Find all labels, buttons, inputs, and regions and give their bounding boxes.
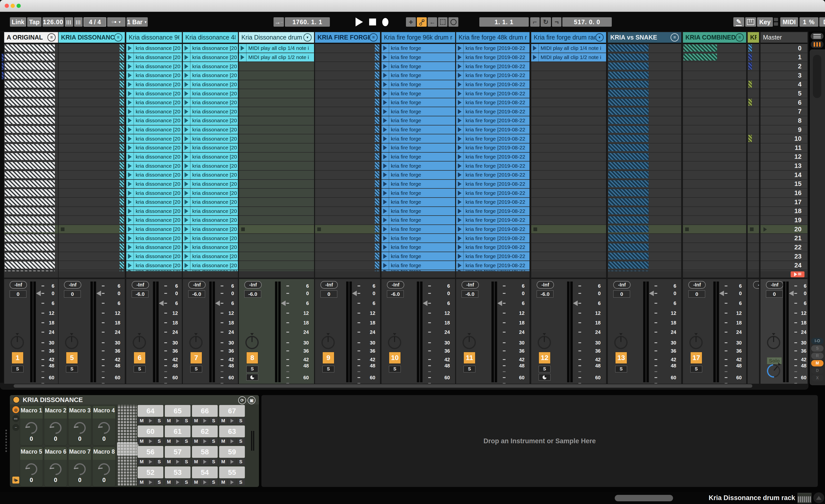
clip-slot[interactable]: kria dissonance [20 [126,98,182,107]
session-clip[interactable]: kria fire forge [381,107,455,116]
scene-slot[interactable]: 18 [760,207,808,216]
pan-value-field[interactable]: -6.0 [537,290,553,298]
clip-slot[interactable] [59,80,125,89]
clip-slot[interactable]: kria dissonance [20 [126,44,182,53]
pad-preview-button[interactable] [228,418,236,424]
scene-launch-slot[interactable]: 6 [760,98,808,107]
clip-slot[interactable] [748,261,759,270]
clip-slot[interactable]: kria fire forge [2019-08-22 [456,98,529,107]
scene-launch-slot[interactable]: 2 [760,62,808,71]
macro-control-2[interactable]: Macro 20 [44,406,67,445]
clip-launch-button[interactable] [456,71,464,80]
clip-launch-button[interactable] [183,53,191,62]
clip-launch-button[interactable] [381,44,389,53]
scene-play-icon[interactable] [763,227,767,232]
clip-launch-button[interactable] [381,153,389,161]
clip-launch-button[interactable] [381,243,389,252]
clip-launch-button[interactable] [183,134,191,143]
volume-fader[interactable]: 6061218243036424860 [643,281,676,382]
clip-slot[interactable] [239,62,314,71]
clip-slot[interactable] [608,80,681,89]
clip-slot[interactable]: kria fire forge [381,153,455,162]
clip-launch-button[interactable] [126,162,134,170]
session-clip[interactable]: kria dissonance [20 [126,62,182,71]
session-clip-hatched[interactable] [5,90,55,97]
session-clip[interactable]: kria dissonance [20 [183,252,238,261]
clip-slot[interactable] [4,243,58,252]
session-clip[interactable]: kria fire forge [2019-08-22 [456,198,529,206]
scene-launch-slot[interactable]: 11 [760,144,808,152]
clip-slot[interactable] [315,243,380,252]
clip-launch-button[interactable] [126,89,134,98]
clip-slot[interactable] [608,107,681,116]
clip-launch-button[interactable] [183,144,191,152]
clip-launch-button[interactable] [183,207,191,216]
clip-launch-button[interactable] [381,62,389,71]
clip-slot[interactable] [608,234,681,243]
clip-stop-button[interactable] [241,228,245,231]
volume-fader-handle[interactable] [423,301,428,306]
session-clip[interactable]: kria dissonance [20 [126,98,182,107]
session-clip-hatched[interactable] [5,54,55,61]
device-title-bar[interactable]: KRIA DISSONANCE ⟳ ▣ [10,395,259,405]
session-clip-hatched[interactable] [608,90,649,97]
volume-fader[interactable]: 6061218243036424860 [713,281,742,382]
clip-slot[interactable]: kria fire forge [381,125,455,135]
clip-slot[interactable] [315,162,380,171]
session-clip[interactable]: kria dissonance [20 [126,171,182,179]
clip-slot[interactable] [531,171,606,180]
session-clip-hatched[interactable] [683,45,717,52]
stop-button[interactable] [369,17,377,27]
scene-slot[interactable]: 21 [760,234,808,243]
clip-launch-button[interactable] [381,144,389,152]
volume-fader-handle[interactable] [719,290,724,296]
session-clip[interactable]: kria dissonance [20 [183,198,238,206]
session-clip-hatched[interactable] [608,153,649,160]
clip-slot[interactable]: kria fire forge [381,53,455,62]
volume-fader[interactable]: 6061218243036424860 [417,281,450,382]
clip-slot[interactable] [59,62,125,71]
pan-knob[interactable] [538,336,551,349]
clip-slot[interactable]: kria fire forge [381,171,455,180]
clip-slot[interactable]: kria fire forge [2019-08-22 [456,89,529,98]
clip-slot[interactable] [59,189,125,198]
clip-slot[interactable] [315,134,380,144]
clip-launch-button[interactable] [456,261,464,270]
clip-slot[interactable] [683,125,746,135]
clip-slot[interactable] [683,162,746,171]
show-io-toggle[interactable]: I-O [811,338,824,344]
save-preset-icon[interactable]: ▣ [247,396,255,404]
session-clip[interactable]: kria fire forge [2019-08-22 [456,44,529,53]
clip-slot[interactable]: kria fire forge [2019-08-22 [456,107,529,116]
volume-fader-lane[interactable] [643,281,646,382]
volume-fader[interactable]: 6061218243036424860 [492,281,525,382]
scene-slot[interactable]: 0 [760,44,808,53]
macro-control-1[interactable]: Macro 10 [20,406,43,445]
clip-slot[interactable]: kria dissonance [20 [183,189,238,198]
clip-slot[interactable]: kria dissonance [20 [126,80,182,89]
clip-launch-button[interactable] [126,153,134,161]
clip-slot[interactable] [59,252,125,261]
scene-slot[interactable]: 11 [760,144,808,153]
track-activator-number[interactable]: 1 [12,352,23,364]
clip-slot[interactable]: kria fire forge [381,225,455,234]
session-clip-hatched[interactable] [608,99,649,106]
clip-launch-button[interactable] [381,107,389,116]
clip-launch-button[interactable] [456,243,464,252]
clip-slot[interactable]: kria dissonance [20 [126,53,182,62]
clip-launch-button[interactable] [456,98,464,107]
session-clip[interactable]: kria dissonance [20 [126,207,182,216]
clip-slot[interactable] [239,189,314,198]
session-clip[interactable]: kria fire forge [381,98,455,107]
solo-button[interactable]: Solo [767,357,782,364]
clip-slot[interactable] [683,225,746,234]
scene-launch-slot[interactable]: 17 [760,198,808,206]
clip-launch-button[interactable] [531,53,539,62]
clip-slot[interactable] [4,89,58,98]
pad-note-number[interactable]: 66 [192,405,218,417]
pan-knob[interactable] [689,336,703,349]
session-clip[interactable]: kria fire forge [381,134,455,143]
clip-slot[interactable] [315,125,380,135]
clip-slot[interactable]: kria dissonance [20 [183,144,238,153]
track-header-master[interactable]: Master [760,32,808,44]
